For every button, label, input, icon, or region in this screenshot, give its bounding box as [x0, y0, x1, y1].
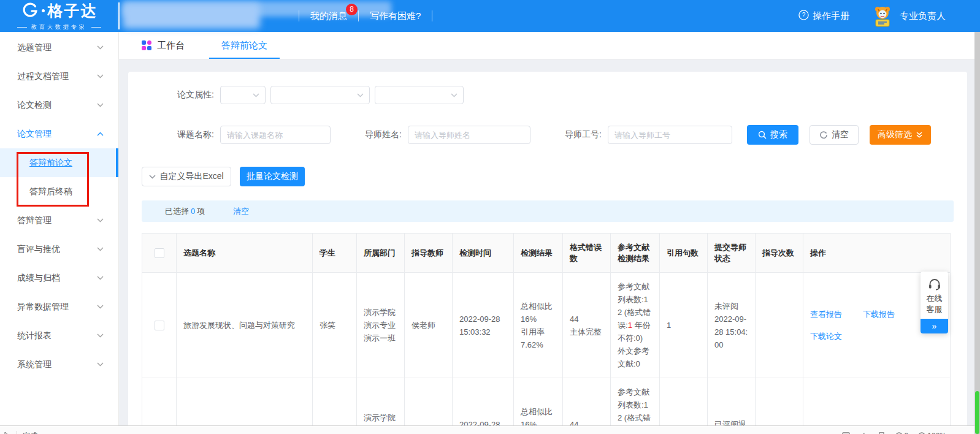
paper-attribute-select-3[interactable] — [375, 86, 464, 104]
active-indicator — [116, 148, 118, 177]
redacted-school-name-2 — [123, 3, 260, 29]
download-report-link[interactable]: 下载报告 — [863, 309, 895, 320]
sidebar-item-label: 论文检测 — [17, 100, 52, 111]
sidebar-item-defense-management[interactable]: 答辩管理 — [0, 206, 118, 235]
selection-bar: 已选择 0 项 清空 — [142, 200, 954, 222]
status-done-label: 完成 — [23, 431, 37, 434]
topic-name-label: 课题名称: — [177, 129, 220, 140]
sidebar-item-abnormal-data[interactable]: 异常数据管理 — [0, 292, 118, 321]
tab-workbench[interactable]: 工作台 — [142, 32, 185, 59]
nav-separator — [432, 10, 432, 21]
topic-name-input[interactable] — [220, 126, 331, 144]
col-guide-count: 指导次数 — [756, 234, 803, 273]
cell-check-result: 总相似比 16% 引用率 7.62% — [514, 273, 563, 378]
cell-student: 张笑 — [313, 273, 357, 378]
sidebar-item-system-management[interactable]: 系统管理 — [0, 350, 118, 379]
format-line: 主体完整 — [570, 326, 603, 338]
paper-attribute-label: 论文属性: — [177, 89, 220, 101]
status-separator — [17, 431, 17, 434]
sidebar-item-statistics-report[interactable]: 统计报表 — [0, 321, 118, 350]
table-action-row: 自定义导出Excel 批量论文检测 — [142, 167, 954, 186]
pointer-arrow-icon — [4, 432, 11, 434]
col-submit-status: 提交导师状态 — [708, 234, 756, 273]
col-reference-result: 参考文献检测结果 — [611, 234, 660, 273]
col-topic-name: 选题名称 — [177, 234, 313, 273]
selection-prefix: 已选择 — [165, 206, 189, 217]
clear-button[interactable]: 清空 — [810, 125, 859, 145]
service-label-line1: 在线 — [921, 293, 948, 304]
avatar[interactable] — [871, 4, 894, 28]
customer-service-body: 在线 客服 — [921, 272, 948, 319]
manual-link[interactable]: ? 操作手册 — [798, 10, 849, 22]
sidebar-item-process-docs[interactable]: 过程文档管理 — [0, 62, 118, 91]
cell-submit-status: 未评阅 2022-09-28 15:04:00 — [708, 273, 756, 378]
selection-clear-link[interactable]: 清空 — [233, 206, 249, 217]
dept-line: 演示学院 — [364, 411, 397, 424]
sidebar-item-post-defense-final[interactable]: 答辩后终稿 — [0, 177, 118, 206]
sidebar-item-topic-management[interactable]: 选题管理 — [0, 33, 118, 62]
advisor-name-label: 导师姓名: — [365, 129, 408, 140]
sidebar-item-paper-check[interactable]: 论文检测 — [0, 91, 118, 120]
export-excel-label: 自定义导出Excel — [159, 171, 223, 182]
search-button[interactable]: 搜索 — [747, 125, 798, 145]
nav-my-messages[interactable]: 我的消息 8 — [310, 10, 347, 22]
header-divider — [118, 2, 120, 29]
nav-separator — [299, 10, 299, 21]
tab-bar: 工作台 答辩前论文 — [119, 32, 974, 59]
zoom-level-value: 100% — [927, 432, 946, 434]
double-angle-right-icon: » — [932, 322, 937, 330]
header-right: ? 操作手册 专业负责人 — [798, 0, 946, 32]
sidebar-subitem-label: 答辩后终稿 — [29, 186, 72, 197]
row-checkbox[interactable] — [155, 321, 164, 330]
sidebar-item-pre-defense-paper[interactable]: 答辩前论文 — [0, 148, 118, 177]
chevron-down-icon — [253, 93, 259, 97]
brand-tagline: 教育大数据专家 — [17, 23, 101, 31]
sidebar-item-blind-review[interactable]: 盲评与推优 — [0, 235, 118, 264]
paper-attribute-select-2[interactable] — [270, 86, 370, 104]
grid-4-icon — [142, 40, 151, 50]
download-paper-link[interactable]: 下载论文 — [810, 331, 842, 342]
col-student: 学生 — [313, 234, 357, 273]
advisor-name-input[interactable] — [408, 126, 530, 144]
select-all-checkbox[interactable] — [155, 248, 164, 258]
alert-count: 0 — [895, 432, 909, 434]
advanced-filter-button[interactable]: 高级筛选 — [870, 125, 931, 145]
cell-quote-count: 1 — [660, 273, 708, 378]
papers-table: 选题名称 学生 所属部门 指导教师 检测时间 检测结果 格式错误数 参考文献检测… — [142, 233, 951, 434]
nav-writing-help[interactable]: 写作有困难? — [370, 10, 421, 22]
refresh-icon — [819, 131, 828, 139]
view-report-link[interactable]: 查看报告 — [810, 309, 842, 320]
user-role[interactable]: 专业负责人 — [900, 10, 946, 22]
batch-check-button[interactable]: 批量论文检测 — [240, 167, 305, 186]
sidebar-item-label: 答辩管理 — [17, 215, 52, 226]
ref-error-count: 1 — [628, 321, 632, 330]
service-expand-button[interactable]: » — [921, 319, 948, 333]
chevron-down-icon — [97, 247, 104, 251]
sidebar-item-label: 成绩与归档 — [17, 273, 60, 284]
submit-status: 未评阅 — [714, 300, 748, 313]
paper-attribute-select-1[interactable] — [220, 86, 266, 104]
tab-pre-defense-paper[interactable]: 答辩前论文 — [221, 32, 267, 59]
cell-department: 演示学院 演示专业 演示一班 — [357, 273, 405, 378]
table-row: 旅游发展现状、问题与对策研究 张笑 演示学院 演示专业 演示一班 侯老师 — [142, 273, 951, 378]
export-excel-button[interactable]: 自定义导出Excel — [142, 167, 231, 186]
clear-label: 清空 — [832, 129, 849, 140]
zoom-level: 100% — [918, 432, 946, 434]
advisor-id-label: 导师工号: — [565, 129, 608, 140]
col-department: 所属部门 — [357, 234, 405, 273]
sidebar-item-grades-archive[interactable]: 成绩与归档 — [0, 264, 118, 292]
main-content: 工作台 答辩前论文 论文属性: — [119, 32, 974, 434]
cell-check-time: 2022-09-28 15:03:32 — [453, 273, 514, 378]
sidebar: 选题管理 过程文档管理 论文检测 论文管理 答辩前论文 答辩后终稿 答辩管理 盲… — [0, 32, 119, 434]
svg-text:?: ? — [802, 12, 806, 18]
scrollbar-thumb[interactable] — [975, 391, 979, 434]
customer-service-widget[interactable]: 在线 客服 » — [921, 272, 948, 333]
cell-format-errors: 44 主体完整 — [563, 273, 611, 378]
cell-guide-count — [756, 273, 803, 378]
chevron-down-icon — [97, 276, 104, 280]
col-operations: 操作 — [803, 234, 951, 273]
vertical-scrollbar[interactable] — [974, 32, 980, 434]
question-circle-icon: ? — [798, 10, 809, 22]
sidebar-item-paper-management[interactable]: 论文管理 — [0, 120, 118, 148]
advisor-id-input[interactable] — [608, 126, 732, 144]
